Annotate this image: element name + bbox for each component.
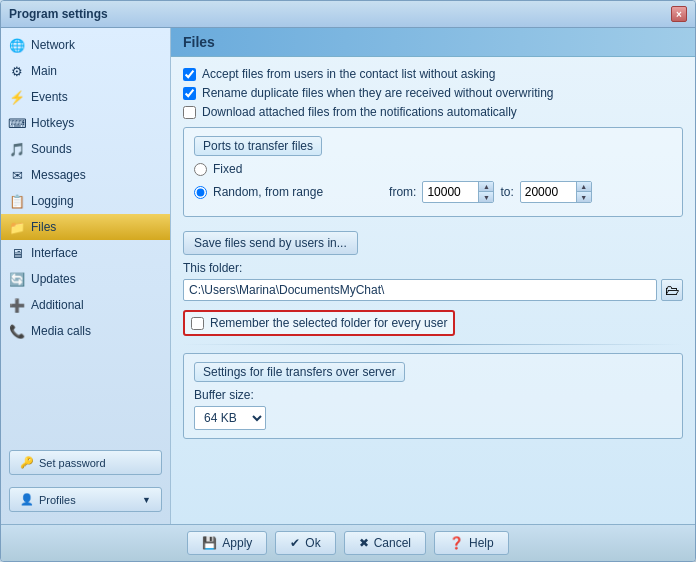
sidebar-item-hotkeys[interactable]: ⌨ Hotkeys: [1, 110, 170, 136]
checkboxes-section: Accept files from users in the contact l…: [183, 67, 683, 119]
to-spinbox: ▲ ▼: [520, 181, 592, 203]
from-label: from:: [389, 185, 416, 199]
sidebar-label-sounds: Sounds: [31, 142, 72, 156]
interface-icon: 🖥: [9, 245, 25, 261]
content-area: 🌐 Network ⚙ Main ⚡ Events ⌨ Hotkeys 🎵 So…: [1, 28, 695, 524]
from-spin-down[interactable]: ▼: [479, 192, 493, 202]
fixed-label: Fixed: [213, 162, 242, 176]
updates-icon: 🔄: [9, 271, 25, 287]
to-label: to:: [500, 185, 513, 199]
sounds-icon: 🎵: [9, 141, 25, 157]
random-radio-row: Random, from range from: ▲ ▼ to:: [194, 181, 672, 203]
checkbox-label-download: Download attached files from the notific…: [202, 105, 517, 119]
titlebar: Program settings ×: [1, 1, 695, 28]
random-radio[interactable]: [194, 186, 207, 199]
checkbox-rename[interactable]: [183, 87, 196, 100]
sidebar-label-updates: Updates: [31, 272, 76, 286]
buffer-size-select[interactable]: 64 KB 32 KB 128 KB: [194, 406, 266, 430]
additional-icon: ➕: [9, 297, 25, 313]
lock-icon: 🔑: [20, 456, 34, 469]
help-button[interactable]: ❓ Help: [434, 531, 509, 555]
sidebar-item-files[interactable]: 📁 Files: [1, 214, 170, 240]
sidebar-item-main[interactable]: ⚙ Main: [1, 58, 170, 84]
checkbox-accept[interactable]: [183, 68, 196, 81]
ok-button[interactable]: ✔ Ok: [275, 531, 335, 555]
sidebar-item-events[interactable]: ⚡ Events: [1, 84, 170, 110]
checkbox-label-rename: Rename duplicate files when they are rec…: [202, 86, 554, 100]
cancel-button[interactable]: ✖ Cancel: [344, 531, 426, 555]
server-section-label: Settings for file transfers over server: [194, 362, 405, 382]
server-transfer-section: Settings for file transfers over server …: [183, 353, 683, 439]
apply-button[interactable]: 💾 Apply: [187, 531, 267, 555]
logging-icon: 📋: [9, 193, 25, 209]
to-spin-down[interactable]: ▼: [577, 192, 591, 202]
remember-row-container: Remember the selected folder for every u…: [183, 306, 683, 340]
sidebar-label-files: Files: [31, 220, 56, 234]
help-label: Help: [469, 536, 494, 550]
folder-row: 🗁: [183, 279, 683, 301]
from-spinbox-buttons: ▲ ▼: [478, 182, 493, 202]
main-icon: ⚙: [9, 63, 25, 79]
apply-label: Apply: [222, 536, 252, 550]
buffer-label: Buffer size:: [194, 388, 672, 402]
sidebar-label-messages: Messages: [31, 168, 86, 182]
remember-folder-checkbox[interactable]: [191, 317, 204, 330]
sidebar-label-main: Main: [31, 64, 57, 78]
save-files-button[interactable]: Save files send by users in...: [183, 231, 358, 255]
sidebar-label-additional: Additional: [31, 298, 84, 312]
sidebar-item-sounds[interactable]: 🎵 Sounds: [1, 136, 170, 162]
messages-icon: ✉: [9, 167, 25, 183]
sidebar-label-events: Events: [31, 90, 68, 104]
sidebar-label-network: Network: [31, 38, 75, 52]
window-title: Program settings: [9, 7, 108, 21]
sidebar-nav: 🌐 Network ⚙ Main ⚡ Events ⌨ Hotkeys 🎵 So…: [1, 32, 170, 344]
ok-icon: ✔: [290, 536, 300, 550]
checkbox-row-accept: Accept files from users in the contact l…: [183, 67, 683, 81]
panel-content: Accept files from users in the contact l…: [171, 57, 695, 524]
sidebar-item-network[interactable]: 🌐 Network: [1, 32, 170, 58]
sidebar-item-media-calls[interactable]: 📞 Media calls: [1, 318, 170, 344]
to-spin-up[interactable]: ▲: [577, 182, 591, 192]
checkbox-row-download: Download attached files from the notific…: [183, 105, 683, 119]
folder-path-input[interactable]: [183, 279, 657, 301]
sidebar-item-logging[interactable]: 📋 Logging: [1, 188, 170, 214]
ports-section: Ports to transfer files Fixed Random, fr…: [183, 127, 683, 217]
checkbox-row-rename: Rename duplicate files when they are rec…: [183, 86, 683, 100]
random-label: Random, from range: [213, 185, 323, 199]
from-input[interactable]: [423, 183, 478, 201]
hotkeys-icon: ⌨: [9, 115, 25, 131]
sidebar-item-interface[interactable]: 🖥 Interface: [1, 240, 170, 266]
profiles-button[interactable]: 👤 Profiles ▼: [9, 487, 162, 512]
sidebar-label-hotkeys: Hotkeys: [31, 116, 74, 130]
divider: [183, 344, 683, 345]
close-button[interactable]: ×: [671, 6, 687, 22]
fixed-radio[interactable]: [194, 163, 207, 176]
cancel-icon: ✖: [359, 536, 369, 550]
set-password-label: Set password: [39, 457, 106, 469]
profiles-dropdown-icon: ▼: [142, 495, 151, 505]
ports-section-label: Ports to transfer files: [194, 136, 322, 156]
panel-header: Files: [171, 28, 695, 57]
from-spin-up[interactable]: ▲: [479, 182, 493, 192]
ok-label: Ok: [305, 536, 320, 550]
sidebar-item-messages[interactable]: ✉ Messages: [1, 162, 170, 188]
panel-title: Files: [183, 34, 215, 50]
to-input[interactable]: [521, 183, 576, 201]
sidebar-item-updates[interactable]: 🔄 Updates: [1, 266, 170, 292]
sidebar: 🌐 Network ⚙ Main ⚡ Events ⌨ Hotkeys 🎵 So…: [1, 28, 171, 524]
apply-icon: 💾: [202, 536, 217, 550]
program-settings-window: Program settings × 🌐 Network ⚙ Main ⚡ Ev…: [0, 0, 696, 562]
network-icon: 🌐: [9, 37, 25, 53]
set-password-button[interactable]: 🔑 Set password: [9, 450, 162, 475]
sidebar-label-logging: Logging: [31, 194, 74, 208]
cancel-label: Cancel: [374, 536, 411, 550]
sidebar-label-media-calls: Media calls: [31, 324, 91, 338]
media-calls-icon: 📞: [9, 323, 25, 339]
folder-browse-button[interactable]: 🗁: [661, 279, 683, 301]
profiles-label: Profiles: [39, 494, 76, 506]
sidebar-item-additional[interactable]: ➕ Additional: [1, 292, 170, 318]
checkbox-download[interactable]: [183, 106, 196, 119]
folder-label: This folder:: [183, 261, 683, 275]
from-spinbox: ▲ ▼: [422, 181, 494, 203]
footer: 💾 Apply ✔ Ok ✖ Cancel ❓ Help: [1, 524, 695, 561]
